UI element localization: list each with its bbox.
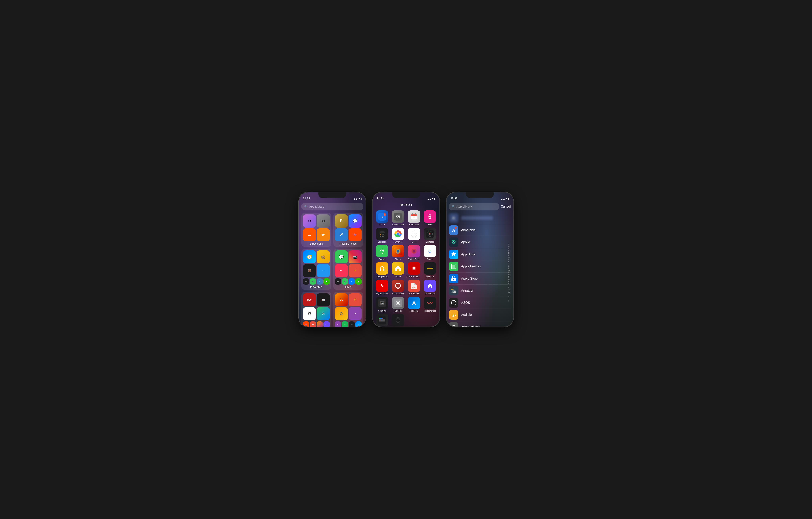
alphabet-index[interactable]: A B C D E F G H I J K L M N O P Q xyxy=(508,243,510,302)
list-item-apollo[interactable]: Apollo xyxy=(449,236,511,248)
folder-productivity[interactable]: 🧭 🦋 🐻 C ✒ 📹 ✓ 💬 Productivity xyxy=(301,249,331,290)
app-findmy[interactable]: Find My xyxy=(375,245,389,260)
search-placeholder-3: App Library xyxy=(457,205,472,208)
search-bar-3[interactable]: 🔍 App Library xyxy=(449,203,499,210)
ref-b4: ▷ xyxy=(323,321,330,327)
annotable-icon: A + xyxy=(449,225,459,235)
app-wallet[interactable]: Wallet xyxy=(375,314,389,327)
svg-point-23 xyxy=(397,233,399,235)
app-bulb[interactable]: 6 Bulb xyxy=(423,211,437,226)
app-voicememos[interactable]: Voice Memos xyxy=(423,297,437,312)
svg-point-41 xyxy=(381,250,383,251)
app-clock[interactable]: 12 3 6 9 Clock xyxy=(407,228,422,243)
svg-rect-83 xyxy=(398,300,398,301)
amazon-icon: A xyxy=(449,213,459,223)
google-svg: G xyxy=(426,247,434,255)
bbcnews-icon: BBC xyxy=(303,294,316,306)
app-google[interactable]: G Google xyxy=(423,245,437,260)
app-compass[interactable]: Compass xyxy=(423,228,437,243)
svg-point-15 xyxy=(381,234,383,236)
svg-point-29 xyxy=(414,234,414,234)
memo-icon: ✒ xyxy=(303,278,309,285)
authenticator-list-name: Authenticator xyxy=(461,325,480,327)
bear-icon: 🐻 xyxy=(303,264,316,277)
asos-icon: a xyxy=(449,298,459,307)
asos-name: ASOS xyxy=(461,301,470,304)
bearcase-icon: B xyxy=(335,215,348,227)
voicememos-svg xyxy=(426,299,434,307)
app-icon-google: G xyxy=(424,245,436,257)
battery-icon-3: ▮ xyxy=(508,197,509,200)
svg-text:V: V xyxy=(380,283,383,288)
social-b2: 📹 xyxy=(342,278,348,285)
alpha-U: U xyxy=(508,287,510,289)
alpha-C: C xyxy=(508,248,510,250)
appleframes-name: Apple Frames xyxy=(461,265,481,268)
app-authenticator[interactable]: G Authenticator xyxy=(390,211,406,226)
list-item-amazon[interactable]: A xyxy=(449,212,511,224)
folder-recently-added[interactable]: B 💬 W 👾 Recently Added xyxy=(333,213,363,247)
app-watch[interactable]: Watch xyxy=(390,314,406,327)
app-icon-findmy xyxy=(376,245,388,257)
app-scanpro[interactable]: SCAN ScanPro xyxy=(375,297,389,312)
artpaper-name: Artpaper xyxy=(461,289,473,293)
messenger-icon: 💬 xyxy=(349,215,362,227)
app-headphones[interactable]: Headphones xyxy=(375,262,389,278)
app-opera[interactable]: Opera Touch xyxy=(390,279,406,295)
svg-text:SCAN: SCAN xyxy=(380,303,384,304)
svg-point-18 xyxy=(381,236,383,237)
app-testflight[interactable]: TestFlight xyxy=(407,297,422,312)
app-home[interactable]: Home xyxy=(390,262,406,278)
app-settings[interactable]: Settings xyxy=(390,297,406,312)
app-justpress[interactable]: JustPressRecord xyxy=(407,262,422,278)
app-icon-clock: 12 3 6 9 xyxy=(408,228,420,240)
alpha-G: G xyxy=(508,256,510,258)
app-1111[interactable]: 1 14 1.1.1.1 xyxy=(375,211,389,226)
app-vodafone[interactable]: V My Vodafone xyxy=(375,279,389,295)
search-bar-1[interactable]: 🔍 App Library xyxy=(301,203,363,210)
app-pdfsearch[interactable]: PDF PDF Search xyxy=(407,279,422,295)
app-chrome[interactable]: Chrome xyxy=(390,228,406,243)
folder-suggestions[interactable]: ✂ ⚙ ☁ ★ Suggestions xyxy=(301,213,331,247)
folder-social[interactable]: 💬 📷 ✒ ⚡ me 📹 ≡ 💬 Social xyxy=(333,249,363,290)
list-item-authenticator[interactable]: G Authenticator xyxy=(449,321,511,327)
list-item-asos[interactable]: a ASOS xyxy=(449,297,511,309)
svg-point-114 xyxy=(453,241,454,242)
app-icon-firefoxfocus xyxy=(408,245,420,257)
app-betterday[interactable]: 📅 Better Day xyxy=(407,211,422,226)
folder-utilities[interactable]: 🦊 ⚡ 🎧 🎙 🎙 ♫ 📷 A Utilities xyxy=(333,292,363,327)
app-calculator[interactable]: Calculator xyxy=(375,228,389,243)
list-item-audible[interactable]: Audible xyxy=(449,309,511,321)
list-item-annotable[interactable]: A + Annotable xyxy=(449,224,511,236)
list-item-applestore[interactable]: Apple Store xyxy=(449,273,511,285)
svg-rect-85 xyxy=(396,303,396,303)
social4-icon: ⚡ xyxy=(349,264,362,277)
ref-b2: 📰 xyxy=(310,321,316,327)
artpaper-icon xyxy=(449,286,459,295)
app-proton[interactable]: ProtonVPN xyxy=(423,279,437,295)
folder-reference[interactable]: BBC 📖 W 🗺 👾 📰 🦊 ▷ Reference & Reading xyxy=(301,292,331,327)
app-icon-measure xyxy=(424,262,436,275)
app-label-1111: 1.1.1.1 xyxy=(379,224,385,226)
list-item-artpaper[interactable]: Artpaper xyxy=(449,285,511,297)
phone-1: 11:32 ▲▲ ▾ ▮ 🔍 App Library ✂ ⚙ ☁ xyxy=(299,192,366,327)
folder-icons-utilities: 🦊 ⚡ 🎧 🎙 xyxy=(335,294,362,320)
alpha-Y: Y xyxy=(508,296,510,298)
alpha-D: D xyxy=(508,250,510,252)
settings-svg xyxy=(394,299,402,307)
alpha-Q: Q xyxy=(508,278,510,280)
cancel-button[interactable]: Cancel xyxy=(501,205,511,208)
list-item-appstore[interactable]: App Store xyxy=(449,248,511,261)
app-label-bulb: Bulb xyxy=(428,224,432,226)
svg-point-57 xyxy=(413,267,415,270)
app-measure[interactable]: Measure xyxy=(423,262,437,278)
soundcloud-icon: ☁ xyxy=(303,228,316,241)
list-item-appleframes[interactable]: Apple Frames xyxy=(449,261,511,273)
svg-text:G: G xyxy=(396,214,400,219)
svg-rect-50 xyxy=(378,264,386,273)
scanpro-svg: SCAN xyxy=(378,299,386,307)
app-firefox[interactable]: Firefox xyxy=(390,245,406,260)
app-icon-justpress xyxy=(408,262,420,275)
app-firefoxfocus[interactable]: Firefox Focus xyxy=(407,245,422,260)
app-icon-calculator xyxy=(376,228,388,240)
